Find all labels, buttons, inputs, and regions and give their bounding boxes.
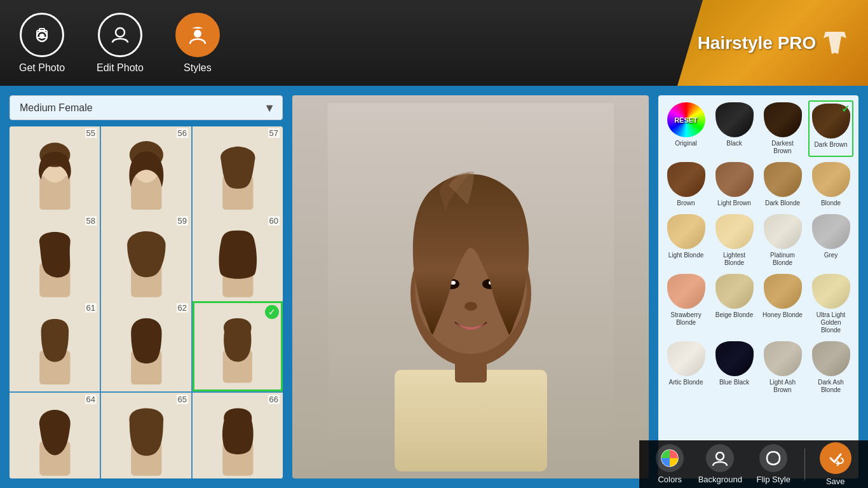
color-swatch-blonde — [812, 162, 850, 197]
color-swatch-black — [715, 102, 754, 137]
style-number-62: 62 — [177, 303, 188, 313]
color-swatch-strawberry — [667, 274, 705, 309]
person-preview-svg — [328, 103, 614, 471]
color-item-darkest-brown[interactable]: Darkest Brown — [760, 100, 805, 157]
style-number-59: 59 — [177, 216, 188, 226]
color-item-black[interactable]: Black — [712, 100, 757, 157]
color-label-light-ash-brown: Light Ash Brown — [762, 379, 803, 394]
color-item-light-blonde[interactable]: Light Blonde — [663, 212, 709, 269]
styles-label: Styles — [184, 62, 212, 74]
save-label: Save — [826, 477, 845, 486]
svg-point-5 — [194, 30, 201, 37]
color-item-lightest-blonde[interactable]: Lightest Blonde — [712, 212, 757, 269]
color-item-original[interactable]: RESET Original — [663, 100, 709, 157]
color-label-lightest-blonde: Lightest Blonde — [714, 252, 755, 267]
color-grid: RESET Original Black Darkest Brown Dark … — [663, 100, 853, 396]
color-swatch-light-blonde — [667, 214, 705, 249]
color-item-dark-blonde[interactable]: Dark Blonde — [760, 160, 805, 209]
bottom-flip-style-button[interactable]: Flip Style — [756, 444, 790, 484]
style-number-57: 57 — [268, 128, 280, 138]
color-swatch-brown — [667, 162, 705, 197]
style-item-60[interactable]: 60 — [193, 214, 283, 304]
color-swatch-beige — [715, 274, 754, 309]
flip-style-icon — [759, 444, 787, 472]
color-item-blonde[interactable]: Blonde — [808, 160, 853, 209]
color-item-artic-blonde[interactable]: Artic Blonde — [663, 339, 709, 396]
style-item-55[interactable]: 55 — [10, 126, 100, 217]
bottom-colors-button[interactable]: Colors — [656, 444, 684, 484]
preview-panel — [292, 95, 649, 478]
nav-get-photo[interactable]: Get Photo — [19, 13, 65, 74]
save-icon — [820, 442, 851, 474]
bottom-background-button[interactable]: Background — [698, 444, 742, 484]
style-category-dropdown[interactable]: Medium Female Short Female Long Female S… — [10, 95, 283, 120]
color-item-platinum-blonde[interactable]: Platinum Blonde — [760, 212, 805, 269]
color-item-strawberry-blonde[interactable]: Strawberry Blonde — [663, 272, 709, 336]
color-label-original: Original — [675, 140, 696, 147]
color-label-artic-blonde: Artic Blonde — [669, 379, 703, 386]
selected-checkmark: ✓ — [265, 305, 279, 319]
style-item-65[interactable]: 65 — [101, 393, 191, 479]
svg-point-4 — [116, 28, 125, 37]
brand-title: Hairstyle PRO — [698, 33, 817, 53]
style-number-64: 64 — [85, 395, 97, 404]
color-label-black: Black — [726, 140, 742, 147]
style-number-55: 55 — [85, 128, 97, 138]
color-label-grey: Grey — [824, 252, 838, 259]
color-item-grey[interactable]: Grey — [808, 212, 853, 269]
flip-style-label: Flip Style — [756, 475, 790, 484]
style-item-62[interactable]: 62 — [101, 301, 191, 391]
color-item-blue-black[interactable]: Blue Black — [712, 339, 757, 396]
color-label-dark-ash-blonde: Dark Ash Blonde — [810, 379, 851, 394]
preview-image — [292, 95, 649, 478]
color-label-platinum-blonde: Platinum Blonde — [762, 252, 803, 267]
style-item-64[interactable]: 64 — [10, 393, 100, 479]
get-photo-icon — [20, 13, 64, 57]
color-item-beige-blonde[interactable]: Beige Blonde — [712, 272, 757, 336]
color-swatch-dark-blonde — [764, 162, 802, 197]
top-bar: Get Photo Edit Photo Styles Hairstyle PR… — [0, 0, 868, 86]
style-item-58[interactable]: 58 — [10, 214, 100, 304]
color-label-light-brown: Light Brown — [717, 200, 751, 207]
style-select[interactable]: Medium Female Short Female Long Female S… — [10, 95, 283, 120]
color-item-ultra-light[interactable]: Ultra Light Golden Blonde — [808, 272, 853, 336]
color-panel: RESET Original Black Darkest Brown Dark … — [658, 95, 858, 478]
color-item-light-ash-brown[interactable]: Light Ash Brown — [760, 339, 805, 396]
color-swatch-blue-black — [715, 341, 754, 376]
color-item-dark-ash-blonde[interactable]: Dark Ash Blonde — [808, 339, 853, 396]
color-item-dark-brown[interactable]: Dark Brown — [808, 100, 853, 157]
color-label-dark-blonde: Dark Blonde — [765, 200, 800, 207]
style-item-56[interactable]: 56 — [101, 126, 191, 217]
style-item-57[interactable]: 57 — [193, 126, 283, 217]
style-number-56: 56 — [177, 128, 188, 138]
color-label-brown: Brown — [677, 200, 695, 207]
color-label-beige-blonde: Beige Blonde — [715, 311, 754, 319]
style-item-59[interactable]: 59 — [101, 214, 191, 304]
color-label-honey-blonde: Honey Blonde — [763, 311, 803, 319]
style-item-63[interactable]: ✓ — [193, 301, 283, 391]
bottom-bar: Colors Background Flip Style — [639, 440, 868, 488]
nav-edit-photo[interactable]: Edit Photo — [97, 13, 144, 74]
colors-icon — [656, 444, 684, 472]
color-swatch-ultra-light — [812, 274, 850, 309]
style-number-66: 66 — [268, 395, 280, 404]
edit-photo-label: Edit Photo — [97, 62, 144, 74]
color-item-light-brown[interactable]: Light Brown — [712, 160, 757, 209]
save-button[interactable]: Save — [820, 442, 851, 486]
color-item-honey-blonde[interactable]: Honey Blonde — [760, 272, 805, 336]
left-panel: Medium Female Short Female Long Female S… — [10, 95, 283, 478]
style-item-66[interactable]: 66 — [193, 393, 283, 479]
styles-icon — [175, 13, 220, 57]
color-label-light-blonde: Light Blonde — [668, 252, 704, 259]
style-number-60: 60 — [268, 216, 280, 226]
color-swatch-dark-ash-blonde — [812, 341, 850, 376]
color-swatch-honey — [764, 274, 802, 309]
svg-rect-34 — [395, 370, 547, 471]
color-item-brown[interactable]: Brown — [663, 160, 709, 209]
nav-styles[interactable]: Styles — [175, 13, 220, 74]
color-label-blue-black: Blue Black — [719, 379, 749, 386]
styles-grid: 55 56 — [10, 126, 283, 478]
edit-photo-icon — [98, 13, 142, 57]
style-item-61[interactable]: 61 — [10, 301, 100, 391]
color-swatch-grey — [812, 214, 850, 249]
